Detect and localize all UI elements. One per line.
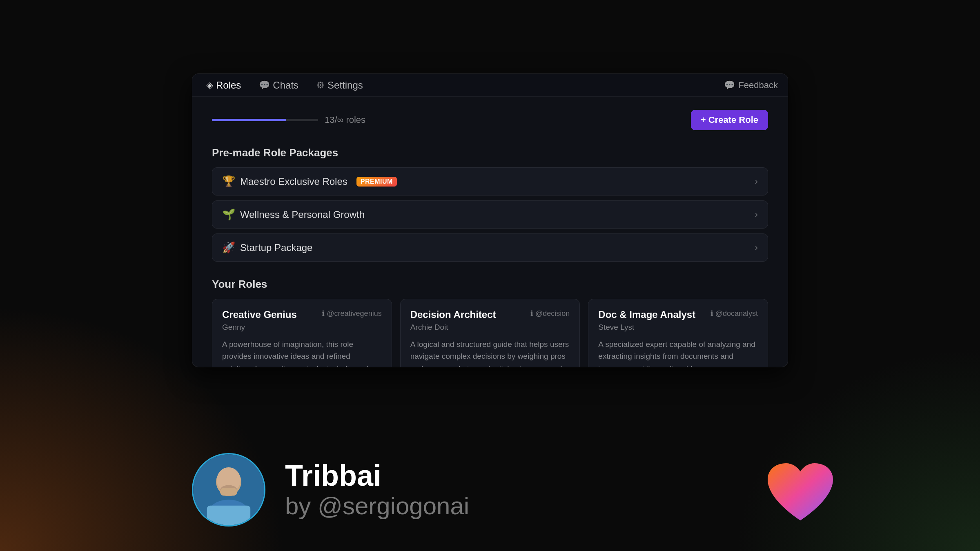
- nav-roles-label: Roles: [216, 80, 241, 91]
- role-handle-decision: ℹ @decision: [530, 309, 570, 318]
- by-prefix: by: [285, 492, 318, 520]
- role-card-doc[interactable]: Doc & Image Analyst ℹ @docanalyst Steve …: [588, 299, 768, 367]
- avatar: [192, 453, 265, 527]
- feedback-label: Feedback: [738, 80, 778, 91]
- role-card-header-doc: Doc & Image Analyst ℹ @docanalyst: [598, 309, 758, 320]
- handle-icon-doc: ℹ: [710, 309, 713, 318]
- role-author-doc: Steve Lyst: [598, 323, 758, 332]
- by-handle: @sergiogonai: [318, 492, 469, 520]
- wellness-icon: 🌱: [222, 208, 235, 221]
- role-name-creative: Creative Genius: [222, 309, 297, 320]
- package-item-maestro[interactable]: 🏆 Maestro Exclusive Roles Premium ›: [212, 167, 768, 196]
- role-name-decision: Decision Architect: [410, 309, 496, 320]
- nav-bar: ◈ Roles 💬 Chats ⚙ Settings 💬 Feedback: [192, 74, 788, 97]
- create-role-button[interactable]: + Create Role: [691, 110, 768, 130]
- avatar-image: [193, 453, 264, 527]
- roles-icon: ◈: [206, 80, 213, 91]
- svg-rect-7: [207, 506, 250, 527]
- bottom-app-name: Tribbai: [285, 460, 469, 492]
- bottom-text: Tribbai by @sergiogonai: [285, 460, 469, 520]
- role-author-creative: Genny: [222, 323, 382, 332]
- maestro-icon: 🏆: [222, 175, 235, 188]
- role-card-header-creative: Creative Genius ℹ @creativegenius: [222, 309, 382, 320]
- nav-settings-label: Settings: [327, 80, 363, 91]
- role-handle-creative: ℹ @creativegenius: [322, 309, 381, 318]
- package-list: 🏆 Maestro Exclusive Roles Premium › 🌱 We…: [212, 167, 768, 262]
- maestro-label: Maestro Exclusive Roles: [240, 176, 347, 187]
- your-roles-section-title: Your Roles: [212, 278, 768, 291]
- role-card-creative[interactable]: Creative Genius ℹ @creativegenius Genny …: [212, 299, 392, 367]
- nav-left: ◈ Roles 💬 Chats ⚙ Settings: [202, 77, 367, 93]
- startup-icon: 🚀: [222, 241, 235, 254]
- nav-item-settings[interactable]: ⚙ Settings: [312, 77, 367, 93]
- bottom-by: by @sergiogonai: [285, 492, 469, 520]
- startup-chevron: ›: [755, 242, 758, 253]
- role-desc-doc: A specialized expert capable of analyzin…: [598, 338, 758, 367]
- role-card-header-decision: Decision Architect ℹ @decision: [410, 309, 570, 320]
- maestro-chevron: ›: [755, 176, 758, 187]
- nav-item-roles[interactable]: ◈ Roles: [202, 77, 245, 93]
- app-window: ◈ Roles 💬 Chats ⚙ Settings 💬 Feedback 13…: [192, 73, 788, 367]
- role-desc-decision: A logical and structured guide that help…: [410, 338, 570, 367]
- nav-chats-label: Chats: [273, 80, 298, 91]
- role-handle-doc: ℹ @docanalyst: [710, 309, 758, 318]
- package-item-startup[interactable]: 🚀 Startup Package ›: [212, 233, 768, 262]
- package-left-startup: 🚀 Startup Package: [222, 241, 312, 254]
- progress-bar-fill: [212, 119, 286, 121]
- premium-badge: Premium: [356, 177, 397, 187]
- package-item-wellness[interactable]: 🌱 Wellness & Personal Growth ›: [212, 200, 768, 229]
- feedback-icon: 💬: [724, 80, 735, 91]
- role-name-doc: Doc & Image Analyst: [598, 309, 695, 320]
- feedback-button[interactable]: 💬 Feedback: [724, 80, 778, 91]
- settings-icon: ⚙: [316, 80, 325, 91]
- wellness-label: Wellness & Personal Growth: [240, 209, 365, 220]
- chats-icon: 💬: [259, 80, 270, 91]
- roles-grid: Creative Genius ℹ @creativegenius Genny …: [212, 299, 768, 367]
- package-left: 🏆 Maestro Exclusive Roles Premium: [222, 175, 397, 188]
- handle-icon-creative: ℹ: [322, 309, 325, 318]
- startup-label: Startup Package: [240, 242, 312, 253]
- progress-label: 13/∞ roles: [325, 115, 365, 125]
- wellness-chevron: ›: [755, 209, 758, 220]
- progress-row: 13/∞ roles + Create Role: [212, 110, 768, 130]
- svg-rect-6: [220, 488, 238, 495]
- bottom-section: Tribbai by @sergiogonai: [192, 453, 469, 527]
- progress-bar-track: [212, 119, 318, 121]
- role-desc-creative: A powerhouse of imagination, this role p…: [222, 338, 382, 367]
- main-content: 13/∞ roles + Create Role Pre-made Role P…: [192, 97, 788, 367]
- handle-icon-decision: ℹ: [530, 309, 533, 318]
- role-author-decision: Archie Doit: [410, 323, 570, 332]
- nav-item-chats[interactable]: 💬 Chats: [255, 77, 303, 93]
- package-left-wellness: 🌱 Wellness & Personal Growth: [222, 208, 365, 221]
- packages-section-title: Pre-made Role Packages: [212, 147, 768, 159]
- role-card-decision[interactable]: Decision Architect ℹ @decision Archie Do…: [400, 299, 580, 367]
- heart-logo: [760, 453, 841, 535]
